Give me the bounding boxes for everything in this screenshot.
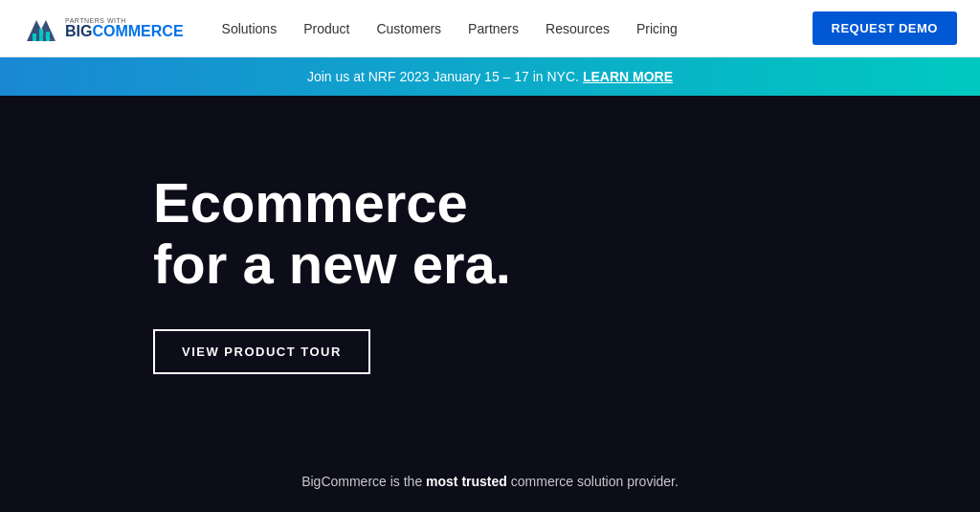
logo-big: BIG bbox=[65, 24, 92, 39]
hero-footer-text: BigCommerce is the most trusted commerce… bbox=[301, 474, 679, 489]
hero-section: Ecommerce for a new era. VIEW PRODUCT TO… bbox=[0, 96, 980, 512]
footer-suffix: commerce solution provider. bbox=[507, 474, 679, 489]
nav-link-partners[interactable]: Partners bbox=[468, 21, 519, 36]
footer-prefix: BigCommerce is the bbox=[301, 474, 426, 489]
hero-headline: Ecommerce for a new era. bbox=[153, 172, 555, 295]
nav-links: Solutions Product Customers Partners Res… bbox=[222, 21, 813, 36]
logo-commerce: COMMERCE bbox=[92, 24, 183, 39]
svg-rect-3 bbox=[33, 33, 36, 41]
logo-text: PARTNERS WITH BIGCOMMERCE bbox=[65, 17, 184, 39]
nav-link-customers[interactable]: Customers bbox=[376, 21, 441, 36]
svg-rect-5 bbox=[46, 32, 50, 41]
hero-content: Ecommerce for a new era. VIEW PRODUCT TO… bbox=[0, 153, 980, 374]
nav-link-pricing[interactable]: Pricing bbox=[636, 21, 678, 36]
svg-rect-4 bbox=[39, 29, 43, 41]
request-demo-button[interactable]: REQUEST DEMO bbox=[813, 11, 957, 45]
nav-link-product[interactable]: Product bbox=[303, 21, 349, 36]
bigcommerce-logo-icon bbox=[23, 11, 59, 47]
banner-learn-more[interactable]: LEARN MORE bbox=[583, 69, 673, 84]
announcement-banner: Join us at NRF 2023 January 15 – 17 in N… bbox=[0, 57, 980, 96]
footer-bold: most trusted bbox=[426, 474, 507, 489]
nav-link-solutions[interactable]: Solutions bbox=[222, 21, 278, 36]
nav-link-resources[interactable]: Resources bbox=[546, 21, 610, 36]
navbar: PARTNERS WITH BIGCOMMERCE Solutions Prod… bbox=[0, 0, 980, 57]
banner-text: Join us at NRF 2023 January 15 – 17 in N… bbox=[307, 69, 579, 84]
view-product-tour-button[interactable]: VIEW PRODUCT TOUR bbox=[153, 329, 370, 374]
logo[interactable]: PARTNERS WITH BIGCOMMERCE bbox=[23, 11, 184, 47]
